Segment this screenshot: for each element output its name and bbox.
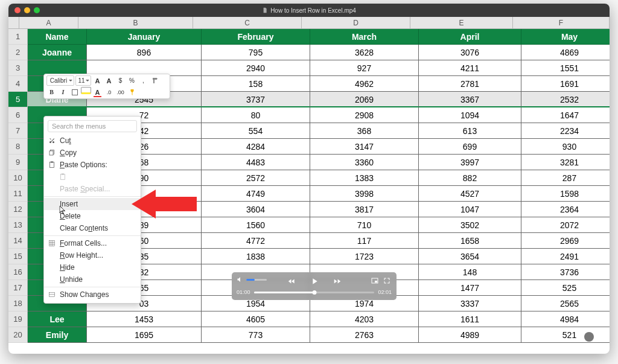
cell[interactable]: 3604 [202,202,310,217]
cell[interactable]: 1551 [521,60,610,76]
row-header[interactable]: 6 [8,107,28,123]
cell[interactable]: 1047 [419,202,521,217]
row-header[interactable]: 16 [8,264,28,280]
cell[interactable]: 710 [310,217,419,233]
cell[interactable]: 1453 [87,311,202,327]
cell[interactable]: 1477 [419,280,521,296]
cell[interactable]: 795 [202,45,310,60]
decrease-font-icon[interactable]: A [104,75,114,86]
col-header[interactable]: E [410,17,513,29]
cell[interactable]: 2532 [521,92,610,107]
cell[interactable]: 896 [87,45,202,60]
cell[interactable]: 3502 [419,217,521,233]
forward-button[interactable] [333,276,342,286]
italic-button[interactable]: I [58,87,68,97]
cell[interactable]: 4772 [202,233,310,249]
cell[interactable]: 930 [521,139,610,155]
cell[interactable]: 2234 [521,123,610,139]
cell[interactable]: 4984 [521,311,610,327]
minimize-icon[interactable] [24,7,30,13]
progress-slider[interactable] [254,292,375,293]
cell[interactable]: 3628 [310,45,419,60]
col-header[interactable]: D [302,17,410,29]
cell[interactable]: 2072 [521,217,610,233]
borders-icon[interactable] [69,87,80,97]
menu-paste-clipboard[interactable] [44,171,141,183]
menu-insert[interactable]: Insert [44,198,141,210]
percent-icon[interactable]: % [127,75,137,86]
cell[interactable]: 148 [419,264,521,280]
cell[interactable]: 3998 [310,186,419,202]
cell[interactable]: 3737 [202,92,310,107]
row-header[interactable]: 11 [8,186,28,202]
cell[interactable]: 4749 [202,186,310,202]
menu-cut[interactable]: Cut [44,135,141,147]
row-header[interactable]: 8 [8,139,28,155]
row-header[interactable]: 17 [8,280,28,296]
cell[interactable]: 158 [202,76,310,92]
cell[interactable]: 3817 [310,202,419,217]
media-controls[interactable]: 01:00 02:01 [232,272,397,300]
cell[interactable]: 368 [310,123,419,139]
row-header[interactable]: 4 [8,76,28,92]
header-cell[interactable]: January [87,29,202,45]
select-all-corner[interactable] [8,17,19,29]
menu-hide[interactable]: Hide [44,261,141,273]
row-header[interactable]: 2 [8,45,28,60]
comma-icon[interactable]: , [138,75,148,86]
menu-paste-special[interactable]: Paste Special... [44,183,141,195]
row-header[interactable]: 10 [8,170,28,186]
cell[interactable]: 4989 [419,327,521,343]
col-header[interactable]: A [19,17,78,29]
pip-button[interactable] [370,276,380,286]
cell[interactable]: 4869 [521,45,610,60]
cell[interactable]: 773 [202,327,310,343]
cell[interactable]: 3367 [419,92,521,107]
cell[interactable]: 3281 [521,155,610,170]
cell[interactable]: 4527 [419,186,521,202]
currency-icon[interactable]: $ [115,75,126,86]
cell[interactable]: 287 [521,170,610,186]
play-button[interactable] [310,276,319,286]
cell[interactable]: 525 [521,280,610,296]
menu-show-changes[interactable]: Show Changes [44,289,141,301]
rewind-button[interactable] [287,276,296,286]
row-header[interactable]: 3 [8,60,28,76]
cell[interactable]: 1383 [310,170,419,186]
cell[interactable]: 699 [419,139,521,155]
cell[interactable]: 4962 [310,76,419,92]
header-cell[interactable]: March [310,29,419,45]
decimal-increase-icon[interactable]: .00 [115,87,126,97]
menu-unhide[interactable]: Unhide [44,273,141,286]
header-cell[interactable]: Name [28,29,87,45]
cell[interactable]: 2069 [310,92,419,107]
row-header[interactable]: 14 [8,233,28,249]
cell[interactable]: 1598 [521,186,610,202]
menu-row-height[interactable]: Row Height... [44,249,141,261]
cell[interactable]: Joanne [28,45,87,60]
cell[interactable]: 1691 [521,76,610,92]
font-color-icon[interactable]: A [92,87,103,97]
cell[interactable]: 613 [419,123,521,139]
cell[interactable]: 2491 [521,249,610,264]
cell[interactable]: 2763 [310,327,419,343]
font-size-select[interactable]: 11 [75,75,91,86]
row-header[interactable]: 12 [8,202,28,217]
cell[interactable]: 4211 [419,60,521,76]
row-header[interactable]: 9 [8,155,28,170]
cell[interactable]: 927 [310,60,419,76]
cell[interactable]: 4483 [202,155,310,170]
header-cell[interactable]: May [521,29,610,45]
cell[interactable]: 3736 [521,264,610,280]
cell[interactable]: 2565 [521,296,610,311]
volume-control[interactable] [237,276,267,283]
cell[interactable]: 1695 [87,327,202,343]
format-painter-icon[interactable] [127,87,137,97]
cell[interactable]: 1094 [419,107,521,123]
cell[interactable]: 3997 [419,155,521,170]
menu-clear-contents[interactable]: Clear Contents [44,222,141,234]
cell[interactable]: 2908 [310,107,419,123]
context-menu[interactable]: Search the menus Cut Copy Paste Options:… [43,116,141,304]
cell[interactable]: 1611 [419,311,521,327]
cell[interactable]: 1658 [419,233,521,249]
